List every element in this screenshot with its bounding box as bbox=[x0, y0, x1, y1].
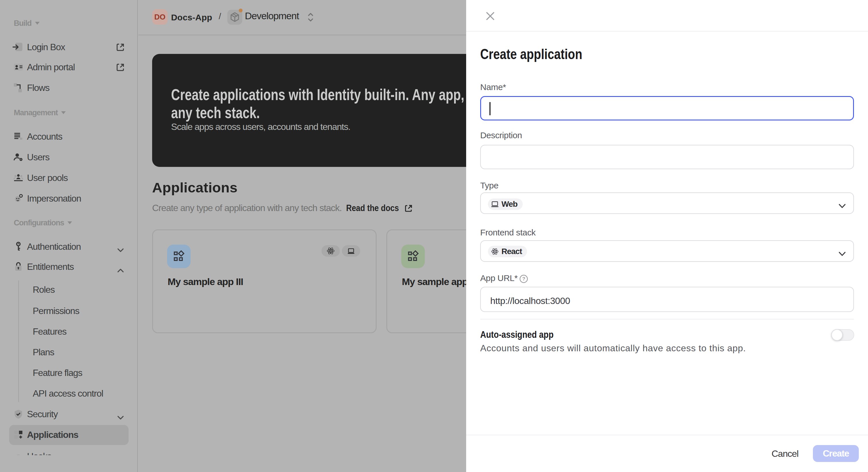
svg-text:?: ? bbox=[522, 276, 525, 282]
